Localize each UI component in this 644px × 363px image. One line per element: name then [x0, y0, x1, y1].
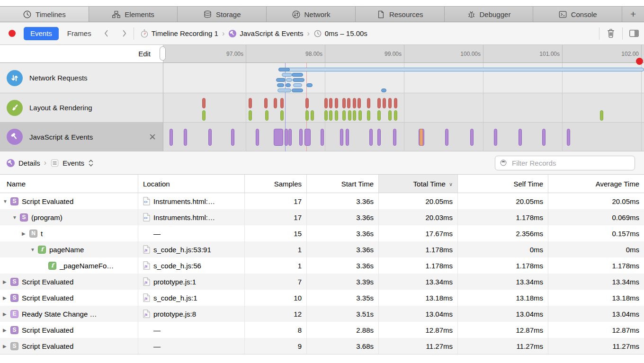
layout-event-marker[interactable] — [202, 98, 206, 108]
network-request-bar[interactable] — [292, 73, 303, 77]
column-header-name[interactable]: Name — [0, 175, 138, 193]
new-tab-button[interactable]: + — [622, 7, 644, 22]
paint-event-marker[interactable] — [600, 110, 603, 121]
column-header-location[interactable]: Location — [138, 175, 245, 193]
toggle-details-sidebar-button[interactable] — [629, 28, 639, 39]
layout-event-marker[interactable] — [367, 98, 370, 108]
paint-event-marker[interactable] — [265, 110, 268, 121]
layout-event-marker[interactable] — [383, 98, 386, 108]
network-request-bar[interactable] — [293, 83, 302, 87]
paint-event-marker[interactable] — [367, 110, 370, 121]
network-request-bar[interactable] — [277, 83, 284, 87]
paint-event-marker[interactable] — [353, 110, 356, 121]
disclosure-triangle[interactable]: ▼ — [30, 247, 38, 252]
layout-event-marker[interactable] — [324, 98, 328, 108]
script-event-marker[interactable] — [208, 129, 212, 146]
location-value[interactable]: s_code_h.js:1 — [153, 294, 197, 302]
script-event-marker[interactable] — [542, 129, 546, 146]
network-request-bar[interactable] — [306, 83, 313, 87]
tab-network[interactable]: Network — [267, 7, 356, 22]
paint-event-marker[interactable] — [377, 110, 381, 121]
table-row[interactable]: ▼S(program)<>Instruments.html:…173.36s20… — [0, 209, 644, 225]
script-event-marker[interactable] — [445, 129, 448, 146]
script-event-marker[interactable] — [567, 129, 570, 146]
close-instrument-button[interactable]: ✕ — [149, 133, 156, 142]
column-header-avg[interactable]: Average Time — [548, 175, 644, 193]
column-header-total[interactable]: Total Time∨ — [379, 175, 458, 193]
disclosure-triangle[interactable]: ▶ — [3, 311, 10, 317]
location-value[interactable]: s_code_h.js:56 — [153, 262, 201, 270]
paint-event-marker[interactable] — [348, 110, 351, 121]
paint-event-marker[interactable] — [202, 110, 206, 121]
script-event-marker[interactable] — [170, 129, 173, 146]
location-value[interactable]: Instruments.html:… — [153, 213, 215, 221]
table-row[interactable]: ▼fpageNamejss_code_h.js:53:9113.36s1.178… — [0, 241, 644, 257]
script-event-marker[interactable] — [519, 129, 522, 146]
script-event-marker[interactable] — [340, 129, 343, 146]
view-mode-frames-button[interactable]: Frames — [67, 29, 91, 37]
network-request-bar[interactable] — [381, 89, 386, 92]
script-event-marker[interactable] — [346, 129, 349, 146]
layout-event-marker[interactable] — [249, 98, 252, 108]
script-event-marker[interactable] — [285, 129, 288, 146]
disclosure-triangle[interactable]: ▶ — [3, 279, 10, 284]
script-event-marker[interactable] — [369, 129, 373, 146]
script-event-marker[interactable] — [470, 129, 474, 146]
disclosure-triangle[interactable]: ▶ — [3, 344, 10, 349]
script-event-marker[interactable] — [304, 129, 311, 146]
script-event-marker[interactable] — [420, 129, 423, 146]
script-event-marker[interactable] — [274, 129, 283, 146]
paint-event-marker[interactable] — [305, 110, 309, 121]
column-header-self[interactable]: Self Time — [458, 175, 548, 193]
back-chevron-icon[interactable] — [104, 29, 109, 37]
script-event-marker[interactable] — [299, 129, 303, 146]
paint-event-marker[interactable] — [358, 110, 362, 121]
network-request-bar[interactable] — [278, 68, 290, 71]
script-event-marker[interactable] — [288, 129, 292, 146]
tab-elements[interactable]: Elements — [89, 7, 178, 22]
layout-event-marker[interactable] — [358, 98, 361, 108]
network-request-bar[interactable] — [293, 78, 304, 82]
table-row[interactable]: ▶Nt—153.36s17.67ms2.356ms0.157ms — [0, 225, 644, 241]
forward-chevron-icon[interactable] — [122, 29, 127, 37]
table-row[interactable]: ▶EReady State Change …jsprototype.js:812… — [0, 306, 644, 322]
tab-console[interactable]: Console — [533, 7, 622, 22]
tab-resources[interactable]: Resources — [356, 7, 445, 22]
script-event-marker[interactable] — [321, 129, 324, 146]
table-row[interactable]: ▶SScript Evaluated—82.88s12.87ms12.87ms1… — [0, 322, 644, 338]
location-value[interactable]: Instruments.html:… — [153, 197, 215, 205]
column-header-start[interactable]: Start Time — [307, 175, 379, 193]
tab-debugger[interactable]: Debugger — [445, 7, 534, 22]
location-value[interactable]: s_code_h.js:53:91 — [153, 246, 211, 254]
breadcrumb-item[interactable]: JavaScript & Events — [228, 29, 303, 38]
layout-event-marker[interactable] — [329, 98, 332, 108]
network-request-bar[interactable] — [276, 78, 286, 82]
table-row[interactable]: ▼SScript Evaluated<>Instruments.html:…17… — [0, 193, 644, 209]
network-request-bar[interactable] — [292, 89, 303, 92]
layout-event-marker[interactable] — [394, 98, 397, 108]
paint-event-marker[interactable] — [280, 110, 284, 121]
disclosure-triangle[interactable]: ▶ — [3, 328, 10, 333]
script-event-marker[interactable] — [494, 129, 497, 146]
script-event-marker[interactable] — [256, 129, 259, 146]
location-value[interactable]: prototype.js:8 — [153, 310, 196, 318]
breadcrumb-item[interactable]: 0ms – 15.00s — [313, 29, 367, 38]
network-request-bar[interactable] — [286, 83, 291, 87]
filter-records-input[interactable] — [511, 159, 630, 168]
layout-event-marker[interactable] — [388, 98, 392, 108]
network-request-bar[interactable] — [286, 78, 292, 82]
network-request-bar[interactable] — [282, 73, 292, 77]
layout-event-marker[interactable] — [280, 98, 284, 108]
disclosure-triangle[interactable]: ▶ — [3, 295, 10, 301]
edit-instruments-button[interactable]: Edit — [138, 50, 151, 58]
table-row[interactable]: f_pageNameFo…jss_code_h.js:5613.36s1.178… — [0, 257, 644, 274]
breadcrumb-item[interactable]: Timeline Recording 1 — [140, 29, 218, 38]
paint-event-marker[interactable] — [329, 110, 332, 121]
record-button[interactable] — [9, 30, 16, 37]
clear-timeline-trash-button[interactable] — [606, 28, 616, 39]
tab-storage[interactable]: Storage — [178, 7, 267, 22]
timeline-sidebar-javascript-events[interactable]: JavaScript & Events✕ — [0, 123, 163, 151]
view-mode-events-button[interactable]: Events — [24, 27, 59, 40]
layout-event-marker[interactable] — [342, 98, 346, 108]
tab-timelines[interactable]: Timelines — [0, 7, 89, 22]
